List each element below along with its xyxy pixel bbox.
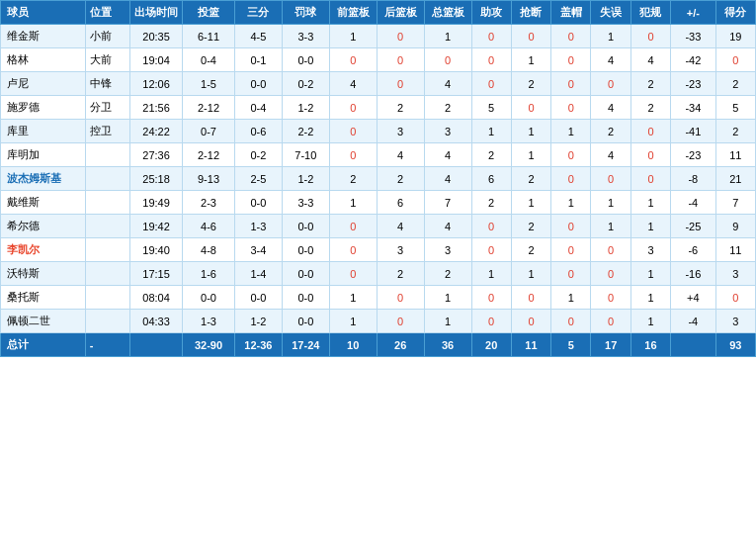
stat-cell: 4	[591, 96, 630, 120]
stat-cell: 7	[424, 191, 471, 215]
stat-cell: 4	[591, 48, 630, 72]
stat-cell: 4	[424, 215, 471, 238]
col-player: 球员	[1, 1, 86, 25]
stat-cell: 3-4	[234, 238, 282, 262]
stat-cell: 0	[329, 143, 377, 167]
stat-cell: 1	[551, 191, 591, 215]
stat-cell	[85, 191, 129, 215]
stat-cell: 中锋	[85, 72, 129, 96]
stat-cell: 4	[424, 72, 471, 96]
stat-cell	[85, 286, 129, 310]
stat-cell: 2-2	[282, 120, 329, 143]
stat-cell: 20:35	[130, 25, 183, 48]
player-name: 戴维斯	[1, 191, 86, 215]
table-row: 佩顿二世04:331-31-20-010100001-43	[1, 310, 756, 333]
stat-cell	[85, 310, 129, 333]
stat-cell: 0-0	[282, 262, 329, 286]
stat-cell: 0	[551, 262, 591, 286]
col-pf: 犯规	[630, 1, 670, 25]
col-time: 出场时间	[130, 1, 183, 25]
stat-cell: 17-24	[282, 333, 329, 357]
table-row: 库里控卫24:220-70-62-203311120-412	[1, 120, 756, 143]
stat-cell: 19	[715, 25, 755, 48]
player-name: 李凯尔	[1, 238, 86, 262]
stat-cell: 3	[630, 238, 670, 262]
stat-cell: 0	[329, 215, 377, 238]
player-name: 卢尼	[1, 72, 86, 96]
table-row: 波杰姆斯基25:189-132-51-222462000-821	[1, 167, 756, 191]
stat-cell: 1	[424, 25, 471, 48]
stat-cell	[130, 333, 183, 357]
stat-cell: 3-3	[282, 25, 329, 48]
player-name: 波杰姆斯基	[1, 167, 86, 191]
stat-cell: 6-11	[183, 25, 235, 48]
table-row: 李凯尔19:404-83-40-003302003-611	[1, 238, 756, 262]
col-stl: 抢断	[511, 1, 550, 25]
stat-cell: 0-0	[282, 215, 329, 238]
stat-cell: 0-0	[234, 72, 282, 96]
stat-cell: 0-0	[282, 48, 329, 72]
stat-cell: 36	[424, 333, 471, 357]
stat-cell: 2	[630, 96, 670, 120]
stat-cell: 4	[591, 143, 630, 167]
stat-cell: 1	[630, 262, 670, 286]
stat-cell: 1-5	[183, 72, 235, 96]
stat-cell: 2-3	[183, 191, 235, 215]
stat-cell: -4	[671, 310, 715, 333]
stat-cell: 1	[630, 191, 670, 215]
player-name: 总计	[1, 333, 86, 357]
stat-cell: +4	[671, 286, 715, 310]
stat-cell: 0-6	[234, 120, 282, 143]
stat-cell: 3	[424, 238, 471, 262]
player-name: 沃特斯	[1, 262, 86, 286]
stat-cell: 7	[715, 191, 755, 215]
stat-cell: 1	[471, 120, 511, 143]
stat-cell: 0	[471, 215, 511, 238]
stat-cell: 0	[511, 96, 550, 120]
stat-cell: 0	[377, 25, 424, 48]
stat-cell: 1-3	[183, 310, 235, 333]
stat-cell: 11	[715, 238, 755, 262]
stat-cell: 2	[377, 167, 424, 191]
stat-cell: 4	[377, 143, 424, 167]
stat-cell: 分卫	[85, 96, 129, 120]
player-name: 库里	[1, 120, 86, 143]
col-pos: 位置	[85, 1, 129, 25]
stat-cell: 1	[424, 310, 471, 333]
stat-cell: 0	[630, 25, 670, 48]
stat-cell: 0-0	[282, 238, 329, 262]
col-ft: 罚球	[282, 1, 329, 25]
stat-cell: 11	[511, 333, 550, 357]
stats-table: 球员 位置 出场时间 投篮 三分 罚球 前篮板 后篮板 总篮板 助攻 抢断 盖帽…	[0, 0, 756, 357]
header-row: 球员 位置 出场时间 投篮 三分 罚球 前篮板 后篮板 总篮板 助攻 抢断 盖帽…	[1, 1, 756, 25]
stat-cell: 0	[329, 48, 377, 72]
stat-cell: 1	[511, 143, 550, 167]
stat-cell: 0	[551, 167, 591, 191]
stat-cell: 1	[630, 215, 670, 238]
stat-cell: 04:33	[130, 310, 183, 333]
table-row: 桑托斯08:040-00-00-010100101+40	[1, 286, 756, 310]
stat-cell: 0	[329, 120, 377, 143]
stat-cell: 93	[715, 333, 755, 357]
stat-cell: 3-3	[282, 191, 329, 215]
stat-cell: 1	[329, 191, 377, 215]
stat-cell: 5	[471, 96, 511, 120]
stat-cell: 0	[377, 48, 424, 72]
col-to: 失误	[591, 1, 630, 25]
stat-cell: 2	[715, 120, 755, 143]
table-row: 维金斯小前20:356-114-53-310100010-3319	[1, 25, 756, 48]
stat-cell: 3	[715, 262, 755, 286]
stat-cell: 1	[329, 286, 377, 310]
stat-cell: 10	[329, 333, 377, 357]
stat-cell: 4	[377, 215, 424, 238]
stat-cell: 9	[715, 215, 755, 238]
stat-cell: 0	[377, 72, 424, 96]
col-blk: 盖帽	[551, 1, 591, 25]
stat-cell: 21:56	[130, 96, 183, 120]
stat-cell: 2	[377, 96, 424, 120]
player-name: 格林	[1, 48, 86, 72]
stat-cell: 12:06	[130, 72, 183, 96]
player-name: 维金斯	[1, 25, 86, 48]
player-name: 桑托斯	[1, 286, 86, 310]
col-pm: +/-	[671, 1, 715, 25]
